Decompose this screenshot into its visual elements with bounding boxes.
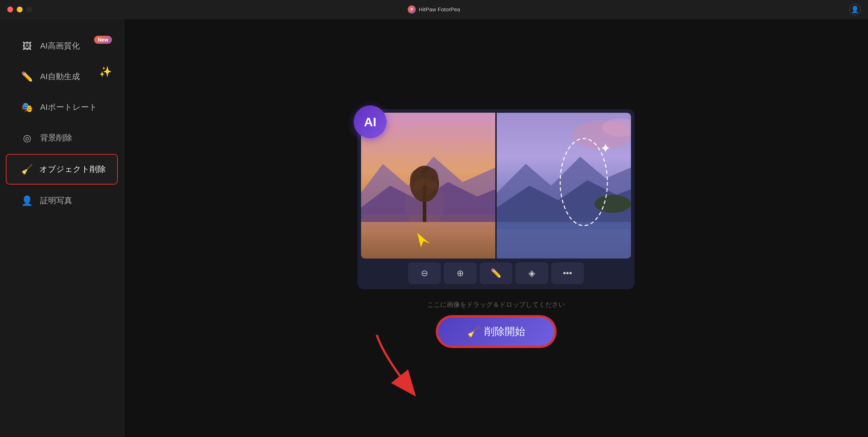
- sidebar-item-label: 証明写真: [40, 195, 72, 206]
- sidebar-item-label: 背景削除: [40, 132, 72, 143]
- svg-rect-15: [497, 222, 631, 258]
- titlebar: P HitPaw FotorPea 👤: [0, 0, 868, 19]
- minimize-button[interactable]: [17, 7, 23, 12]
- action-button-label: 削除開始: [484, 325, 525, 339]
- id-photo-icon: 👤: [20, 194, 34, 207]
- after-image: ✦: [497, 113, 631, 259]
- close-button[interactable]: [7, 7, 13, 12]
- zoom-in-button[interactable]: ⊕: [444, 262, 477, 284]
- preview-after: ✦: [497, 113, 631, 259]
- obj-remove-icon: 🧹: [21, 163, 33, 176]
- sidebar-item-label: AIポートレート: [40, 102, 97, 113]
- preview-images: ✦: [361, 113, 631, 259]
- app-title-text: HitPaw FotorPea: [419, 6, 460, 12]
- window-controls: [7, 7, 32, 12]
- sidebar-item-label: オブジェクト削除: [39, 164, 106, 175]
- user-profile-button[interactable]: 👤: [849, 4, 861, 15]
- user-icon: 👤: [851, 5, 859, 13]
- sidebar-item-label: AI自動生成: [40, 71, 80, 82]
- sidebar-item-obj-remove[interactable]: 🧹 オブジェクト削除: [6, 154, 118, 185]
- more-button[interactable]: •••: [551, 262, 584, 284]
- svg-point-9: [404, 178, 444, 229]
- star-badge: ✨: [99, 66, 112, 78]
- preview-before: [361, 113, 495, 259]
- eraser-button[interactable]: ◈: [515, 262, 548, 284]
- sidebar: 🖼 AI高画質化 New ✏️ AI自動生成 ✨ 🎭 AIポートレート ◎ 背景…: [0, 19, 124, 437]
- main-content: AI: [124, 19, 868, 437]
- ai-portrait-icon: 🎭: [20, 101, 34, 114]
- eraser-icon: ◈: [528, 268, 535, 278]
- sidebar-item-ai-upscale[interactable]: 🖼 AI高画質化 New: [6, 31, 118, 61]
- drop-hint: ここに画像をドラッグ＆ドロップしてください: [427, 300, 565, 309]
- bg-remove-icon: ◎: [20, 131, 34, 144]
- zoom-out-icon: ⊖: [421, 268, 428, 278]
- sidebar-item-id-photo[interactable]: 👤 証明写真: [6, 186, 118, 215]
- svg-point-16: [595, 195, 631, 213]
- brush-icon: ✏️: [491, 268, 501, 278]
- preview-toolbar: ⊖ ⊕ ✏️ ◈ •••: [361, 259, 631, 286]
- ai-generate-icon: ✏️: [20, 70, 34, 83]
- more-icon: •••: [563, 268, 572, 278]
- zoom-out-button[interactable]: ⊖: [408, 262, 441, 284]
- brush-button[interactable]: ✏️: [480, 262, 512, 284]
- ai-upscale-icon: 🖼: [20, 39, 34, 53]
- sidebar-item-ai-portrait[interactable]: 🎭 AIポートレート: [6, 93, 118, 122]
- app-title: P HitPaw FotorPea: [408, 5, 460, 13]
- app-body: 🖼 AI高画質化 New ✏️ AI自動生成 ✨ 🎭 AIポートレート ◎ 背景…: [0, 19, 868, 437]
- app-logo: P: [408, 5, 416, 13]
- ai-badge: AI: [354, 105, 387, 138]
- sidebar-item-ai-generate[interactable]: ✏️ AI自動生成 ✨: [6, 62, 118, 91]
- action-icon: 🧹: [467, 326, 480, 338]
- svg-text:✦: ✦: [600, 141, 611, 156]
- maximize-button[interactable]: [26, 7, 32, 12]
- sidebar-item-bg-remove[interactable]: ◎ 背景削除: [6, 123, 118, 152]
- sidebar-item-label: AI高画質化: [40, 40, 80, 51]
- action-button[interactable]: 🧹 削除開始: [437, 316, 555, 347]
- zoom-in-icon: ⊕: [457, 268, 464, 278]
- preview-card: AI: [357, 109, 635, 289]
- new-badge: New: [94, 36, 112, 44]
- before-image: [361, 113, 495, 259]
